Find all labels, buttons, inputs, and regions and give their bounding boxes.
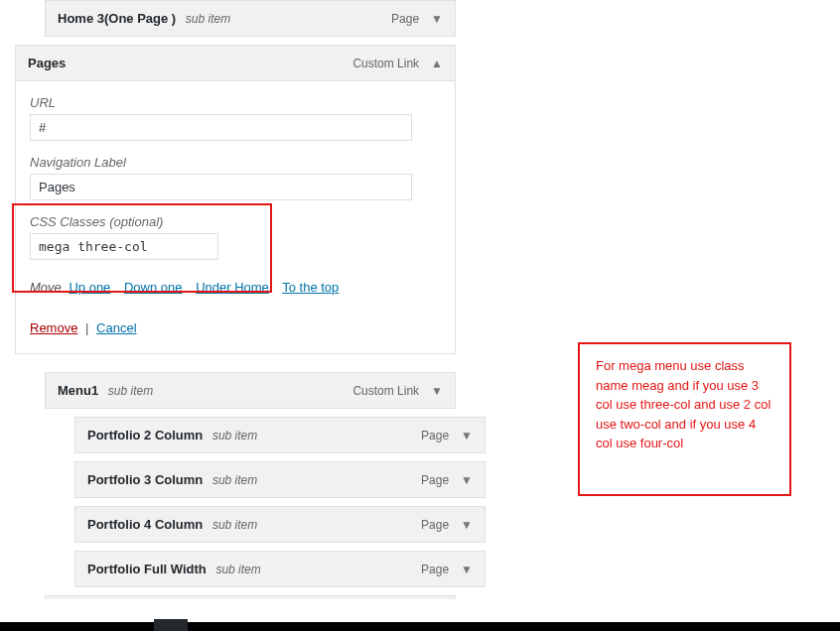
menu-item-type: Page <box>421 563 449 576</box>
url-label: URL <box>30 95 441 110</box>
annotation-box: For mega menu use class name meag and if… <box>578 342 791 496</box>
move-down-link[interactable]: Down one <box>124 280 183 295</box>
menu-item-next <box>45 595 456 599</box>
url-input[interactable] <box>30 114 412 141</box>
annotation-text: For mega menu use class name meag and if… <box>596 358 770 450</box>
menu-item-type: Page <box>421 518 449 532</box>
menu-item-header[interactable]: Portfolio 4 Column sub item Page ▼ <box>75 507 485 542</box>
menu-item-pages: Pages Custom Link ▲ URL Navigation Label… <box>15 45 456 354</box>
menu-item-type: Custom Link <box>352 57 419 70</box>
menu-item-title: Home 3(One Page ) <box>58 11 176 26</box>
chevron-down-icon[interactable]: ▼ <box>461 473 473 487</box>
menu-item-type: Custom Link <box>352 384 419 398</box>
menu-item-type: Page <box>421 429 449 442</box>
menu-item-portfolio3[interactable]: Portfolio 3 Column sub item Page ▼ <box>74 461 486 498</box>
remove-link[interactable]: Remove <box>30 320 77 335</box>
menu-item-header[interactable]: Portfolio Full Width sub item Page ▼ <box>75 552 485 586</box>
menu-item-title: Portfolio 4 Column <box>87 517 203 532</box>
menu-item-sublabel: sub item <box>215 563 260 576</box>
menu-item-title: Portfolio 3 Column <box>87 472 203 487</box>
menu-item-header[interactable]: Portfolio 2 Column sub item Page ▼ <box>75 418 485 452</box>
menu-item-sublabel: sub item <box>212 518 257 532</box>
menu-item-type: Page <box>391 12 419 26</box>
menu-item-title: Portfolio Full Width <box>87 562 207 576</box>
bottom-bar-accent <box>154 619 188 631</box>
css-classes-label: CSS Classes (optional) <box>30 214 441 229</box>
chevron-down-icon[interactable]: ▼ <box>431 384 443 398</box>
menu-item-type: Page <box>421 473 449 487</box>
move-top-link[interactable]: To the top <box>282 280 339 295</box>
chevron-up-icon[interactable]: ▲ <box>431 57 443 70</box>
cancel-link[interactable]: Cancel <box>96 320 136 335</box>
menu-item-menu1[interactable]: Menu1 sub item Custom Link ▼ <box>45 372 456 409</box>
move-up-link[interactable]: Up one <box>69 280 110 295</box>
item-actions: Remove | Cancel <box>30 320 441 335</box>
menu-item-sublabel: sub item <box>212 473 257 487</box>
move-row: Move Up one Down one Under Home To the t… <box>30 280 441 295</box>
move-label: Move <box>30 280 62 295</box>
nav-label-input[interactable] <box>30 174 412 200</box>
menu-item-sublabel: sub item <box>186 12 230 26</box>
menu-item-title: Pages <box>28 56 66 70</box>
menu-item-header[interactable]: Portfolio 3 Column sub item Page ▼ <box>75 462 485 497</box>
menu-item-portfolio-fullwidth[interactable]: Portfolio Full Width sub item Page ▼ <box>74 551 486 587</box>
menu-item-header[interactable]: Home 3(One Page ) sub item Page ▼ <box>46 1 455 36</box>
chevron-down-icon[interactable]: ▼ <box>461 429 473 442</box>
css-classes-input[interactable] <box>30 233 218 260</box>
menu-item-portfolio2[interactable]: Portfolio 2 Column sub item Page ▼ <box>74 417 486 453</box>
menu-item-sublabel: sub item <box>212 429 257 442</box>
menu-item-header[interactable]: Menu1 sub item Custom Link ▼ <box>46 373 455 408</box>
menu-item-title: Menu1 <box>58 383 98 398</box>
menu-item-portfolio4[interactable]: Portfolio 4 Column sub item Page ▼ <box>74 506 486 543</box>
menu-item-body: URL Navigation Label CSS Classes (option… <box>16 80 455 353</box>
chevron-down-icon[interactable]: ▼ <box>461 563 473 576</box>
nav-label: Navigation Label <box>30 155 441 170</box>
move-under-link[interactable]: Under Home <box>196 280 269 295</box>
menu-item-sublabel: sub item <box>108 384 153 398</box>
chevron-down-icon[interactable]: ▼ <box>461 518 473 532</box>
chevron-down-icon[interactable]: ▼ <box>431 12 443 26</box>
menu-item-home3[interactable]: Home 3(One Page ) sub item Page ▼ <box>45 0 456 37</box>
menu-item-title: Portfolio 2 Column <box>87 428 203 442</box>
menu-item-header[interactable]: Pages Custom Link ▲ <box>16 46 455 80</box>
action-divider: | <box>85 320 88 335</box>
bottom-bar <box>0 622 840 631</box>
